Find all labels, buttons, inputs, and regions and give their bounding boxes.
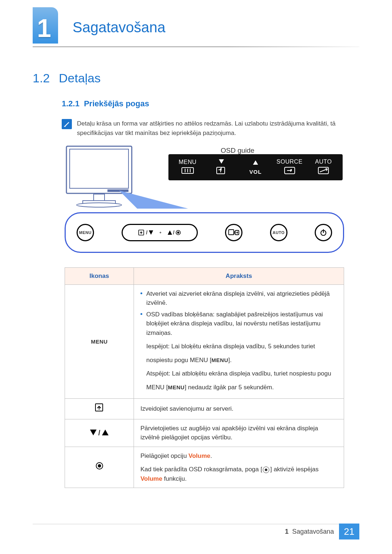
- osd-source: SOURCE: [273, 157, 307, 177]
- note-text: Detaļu krāsa un forma var atšķirties no …: [77, 119, 359, 138]
- callout-shape: [119, 187, 188, 209]
- cell-icon-menu: MENU: [65, 284, 134, 399]
- triangle-down-icon: [90, 430, 97, 435]
- button-source-enter[interactable]: /: [225, 224, 242, 241]
- footer-chapter-num: 1: [285, 528, 289, 535]
- button-auto[interactable]: AUTO: [270, 224, 287, 241]
- chapter-number: 1: [37, 9, 51, 48]
- cell-icon-record: [65, 447, 134, 488]
- button-nav-pill[interactable]: / /: [122, 224, 198, 241]
- table-row: / Pārvietojieties uz augšējo vai apakšēj…: [65, 419, 344, 447]
- svg-rect-10: [70, 149, 128, 188]
- cell-desc-record: Pielāgojiet opciju Volume. Kad tiek parā…: [134, 447, 344, 488]
- table-row: MENU Atveriet vai aizveriet ekrāna displ…: [65, 284, 344, 399]
- footer-chapter-title: Sagatavošana: [292, 528, 334, 535]
- page-number: 21: [339, 524, 359, 539]
- server-icon: [95, 403, 104, 412]
- record-inline-icon: [263, 467, 269, 473]
- svg-rect-12: [94, 194, 105, 201]
- th-icons: Ikonas: [65, 268, 134, 285]
- th-desc: Apraksts: [134, 268, 344, 285]
- osd-guide-panel: MENU VOL SOURCE: [168, 154, 343, 180]
- up-record-icon: /: [168, 229, 181, 237]
- table-row: Pielāgojiet opciju Volume. Kad tiek parā…: [65, 447, 344, 488]
- triangle-up-icon: [102, 430, 109, 435]
- cell-icon-server: [65, 399, 134, 419]
- button-power[interactable]: [315, 224, 332, 241]
- dot-icon: [160, 232, 161, 233]
- osd-menu: MENU: [171, 158, 205, 177]
- cell-icon-updown: /: [65, 419, 134, 447]
- note: Detaļu krāsa un forma var atšķirties no …: [62, 119, 359, 138]
- front-button-panel: MENU / / / AUTO: [65, 212, 344, 253]
- subsection-heading: 1.2.1 Priekšējās pogas: [62, 98, 359, 110]
- record-icon: [95, 462, 103, 470]
- svg-line-8: [320, 169, 327, 172]
- svg-rect-18: [229, 230, 234, 235]
- divider: [33, 46, 359, 47]
- svg-point-25: [98, 464, 101, 468]
- section-heading: 1.2Detaļas: [33, 69, 359, 87]
- footer: 1 Sagatavošana 21: [285, 524, 359, 539]
- cell-desc-updown: Pārvietojieties uz augšējo vai apakšējo …: [134, 419, 344, 447]
- cell-desc-menu: Atveriet vai aizveriet ekrāna displeja i…: [134, 284, 344, 399]
- osd-up-vol: VOL: [238, 159, 273, 176]
- svg-point-17: [177, 231, 179, 234]
- svg-rect-0: [64, 126, 66, 127]
- table-row: Izveidojiet savienojumu ar serveri.: [65, 399, 344, 419]
- chapter-tab: 1: [33, 7, 65, 47]
- osd-down: [205, 157, 239, 177]
- note-icon: [62, 119, 72, 129]
- osd-auto: AUTO: [306, 157, 340, 177]
- buttons-description-table: Ikonas Apraksts MENU Atveriet vai aizver…: [65, 267, 344, 488]
- chapter-title: Sagatavošana: [73, 16, 166, 38]
- cell-desc-server: Izveidojiet savienojumu ar serveri.: [134, 399, 344, 419]
- button-menu[interactable]: MENU: [77, 224, 94, 241]
- chapter-header: 1 Sagatavošana: [33, 7, 359, 47]
- svg-point-14: [77, 203, 122, 207]
- figure-front-buttons: OSD guide MENU VOL SOURCE: [65, 143, 344, 259]
- server-up-icon: /: [138, 229, 153, 237]
